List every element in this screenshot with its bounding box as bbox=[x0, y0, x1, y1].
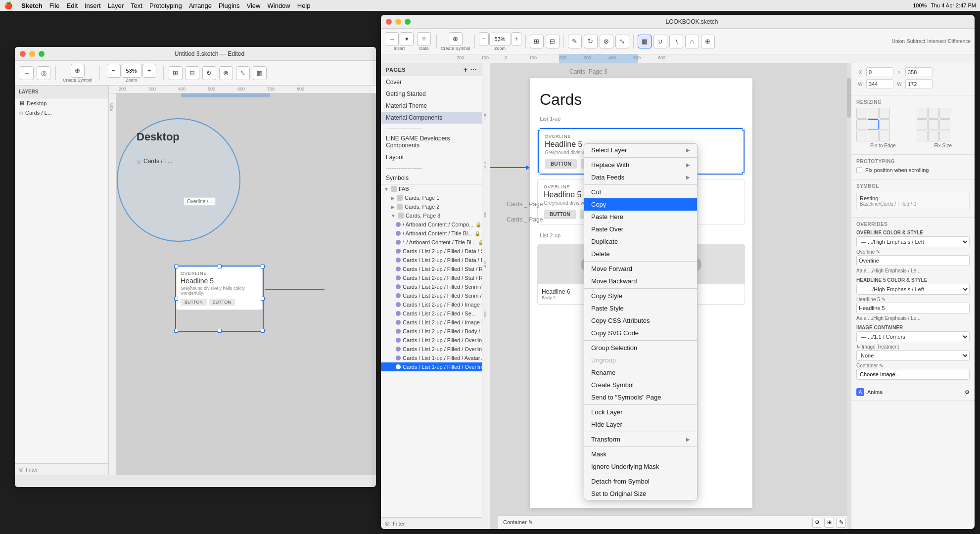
fix-mr[interactable] bbox=[939, 119, 950, 130]
flatten-btn[interactable]: ▦ bbox=[638, 35, 652, 48]
fix-bc[interactable] bbox=[928, 131, 939, 141]
layer-cards12[interactable]: Cards / List 2-up / Filled / Overline /.… bbox=[381, 345, 482, 354]
layer-cards14-selected[interactable]: Cards / List 1-up / Filled / Overline /.… bbox=[381, 362, 482, 371]
flatten-btn[interactable]: ▦ bbox=[253, 66, 267, 80]
anima-btn3[interactable]: ✎ bbox=[836, 518, 846, 528]
zoom-minus-btn[interactable]: − bbox=[479, 32, 489, 46]
menu-arrange[interactable]: Arrange bbox=[189, 2, 212, 9]
layer-cards7[interactable]: Cards / List 2-up / Filled / Image Le... bbox=[381, 300, 482, 309]
insert-btn[interactable]: ＋ bbox=[385, 32, 399, 46]
pin-bl[interactable] bbox=[856, 131, 867, 141]
scale-btn[interactable]: ⤡ bbox=[236, 66, 250, 80]
menu-ungroup[interactable]: Ungroup bbox=[584, 354, 697, 366]
fix-scroll-checkbox[interactable] bbox=[856, 167, 862, 173]
ungroup-btn[interactable]: ⊟ bbox=[546, 35, 560, 48]
insert-down-btn[interactable]: ▾ bbox=[400, 32, 414, 46]
rotate-btn[interactable]: ↻ bbox=[584, 35, 598, 48]
menu-help[interactable]: Help bbox=[297, 2, 311, 9]
zoom-plus-btn[interactable]: + bbox=[512, 32, 521, 46]
y-input[interactable] bbox=[905, 67, 933, 77]
menu-copy[interactable]: Copy bbox=[584, 198, 697, 211]
zoom-value-display[interactable]: 53% bbox=[489, 33, 511, 45]
menu-plugins[interactable]: Plugins bbox=[219, 2, 240, 9]
pin-tr[interactable] bbox=[879, 108, 890, 119]
fix-tl[interactable] bbox=[917, 108, 928, 119]
layer-cards5[interactable]: Cards / List 2-up / Filled / Scrim / R..… bbox=[381, 282, 482, 291]
page-line-game[interactable]: LINE GAME Developers Components bbox=[381, 133, 482, 151]
mask-btn[interactable]: ⊗ bbox=[219, 66, 233, 80]
card-btn1[interactable]: BUTTON bbox=[181, 299, 207, 306]
layer-cards1[interactable]: Cards / List 2-up / Filled / Data / Sel.… bbox=[381, 247, 482, 256]
apple-menu[interactable]: 🍎 bbox=[4, 1, 12, 9]
rotate-btn[interactable]: ↻ bbox=[202, 66, 216, 80]
pin-tl[interactable] bbox=[856, 108, 867, 119]
menu-sketch[interactable]: Sketch bbox=[21, 2, 43, 9]
menu-create-symbol[interactable]: Create Symbol bbox=[584, 379, 697, 391]
menu-duplicate[interactable]: Duplicate bbox=[584, 235, 697, 248]
fix-tc[interactable] bbox=[928, 108, 939, 119]
lk-close[interactable] bbox=[386, 19, 392, 25]
overline-text-input[interactable] bbox=[856, 255, 970, 266]
page-material-theme[interactable]: Material Theme bbox=[381, 100, 482, 112]
menu-data-feeds[interactable]: Data Feeds ▶ bbox=[584, 171, 697, 183]
menu-edit[interactable]: Edit bbox=[67, 2, 78, 9]
intersect-btn[interactable]: ∩ bbox=[685, 35, 699, 48]
menu-insert[interactable]: Insert bbox=[85, 2, 101, 9]
page-symbols[interactable]: Symbols bbox=[381, 172, 482, 184]
menu-layer[interactable]: Layer bbox=[108, 2, 124, 9]
image-treatment-select[interactable]: None bbox=[856, 350, 970, 361]
menu-detach-symbol[interactable]: Detach from Symbol bbox=[584, 475, 697, 488]
overline-color-select[interactable]: — .../High Emphasis / Left bbox=[856, 236, 970, 247]
group-btn[interactable]: ⊞ bbox=[169, 66, 183, 80]
menu-copy-css[interactable]: Copy CSS Attributes bbox=[584, 314, 697, 327]
menu-window[interactable]: Window bbox=[268, 2, 290, 9]
create-symbol-btn[interactable]: ⊕ bbox=[71, 64, 85, 78]
fix-center[interactable] bbox=[928, 119, 939, 130]
menu-group-selection[interactable]: Group Selection bbox=[584, 342, 697, 354]
menu-replace-with[interactable]: Replace With ▶ bbox=[584, 159, 697, 171]
layer-cards10[interactable]: Cards / List 2-up / Filled / Body / Re..… bbox=[381, 327, 482, 336]
layer-artboard2[interactable]: / Artboard Content / Title Bl... 🔒 bbox=[381, 229, 482, 238]
layer-cards11[interactable]: Cards / List 2-up / Filled / Overline /.… bbox=[381, 336, 482, 345]
menu-file[interactable]: File bbox=[49, 2, 60, 9]
layer-cards8[interactable]: Cards / List 2-up / Filled / Se... bbox=[381, 309, 482, 318]
menu-paste-here[interactable]: Paste Here bbox=[584, 211, 697, 223]
zoom-minus[interactable]: − bbox=[107, 64, 121, 78]
image-container-select[interactable]: — .../1:1 / Corners bbox=[856, 331, 970, 342]
zoom-value[interactable]: 53% bbox=[122, 64, 141, 78]
page-cover[interactable]: Cover bbox=[381, 76, 482, 88]
layer-cards2[interactable]: Cards / List 2-up / Filled / Data / Re..… bbox=[381, 256, 482, 265]
pin-tc[interactable] bbox=[868, 108, 879, 119]
pin-mr[interactable] bbox=[879, 119, 890, 130]
headline5-text-input[interactable] bbox=[856, 303, 970, 313]
menu-paste-over[interactable]: Paste Over bbox=[584, 223, 697, 235]
fix-bl[interactable] bbox=[917, 131, 928, 141]
scrollbar-v[interactable] bbox=[847, 63, 851, 529]
h-input[interactable] bbox=[905, 79, 933, 89]
anima-btn2[interactable]: ⊞ bbox=[824, 518, 834, 528]
cards-layer[interactable]: ◎ Cards / L... bbox=[15, 108, 108, 117]
menu-set-original-size[interactable]: Set to Original Size bbox=[584, 488, 697, 500]
choose-image-btn[interactable]: Choose Image... bbox=[856, 369, 970, 380]
pages-settings-btn[interactable]: ⋯ bbox=[470, 66, 477, 74]
layer-artboard1[interactable]: / Artboard Content / Compo... 🔒 bbox=[381, 220, 482, 229]
edit-btn[interactable]: ✎ bbox=[568, 35, 582, 48]
btn-button3[interactable]: BUTTON bbox=[544, 210, 576, 219]
fix-br[interactable] bbox=[939, 131, 950, 141]
fix-ml[interactable] bbox=[917, 119, 928, 130]
menu-paste-style[interactable]: Paste Style bbox=[584, 302, 697, 314]
menu-copy-style[interactable]: Copy Style bbox=[584, 290, 697, 302]
page-getting-started[interactable]: Getting Started bbox=[381, 88, 482, 100]
desktop-layer[interactable]: 🖥 Desktop bbox=[15, 98, 108, 108]
layer-cards6[interactable]: Cards / List 2-up / Filled / Scrim / S..… bbox=[381, 291, 482, 300]
card-btn2[interactable]: BUTTON bbox=[209, 299, 235, 306]
maximize-button[interactable] bbox=[39, 51, 45, 57]
zoom-plus[interactable]: + bbox=[142, 64, 156, 78]
tool-btn[interactable]: ◎ bbox=[37, 66, 50, 80]
layer-cards13[interactable]: Cards / List 1-up / Filled / Avatar / R.… bbox=[381, 354, 482, 362]
pin-br[interactable] bbox=[879, 131, 890, 141]
anima-settings-btn[interactable]: ⚙ bbox=[965, 389, 970, 396]
pin-ml[interactable] bbox=[856, 119, 867, 130]
menu-move-backward[interactable]: Move Backward bbox=[584, 275, 697, 287]
page-layout[interactable]: Layout bbox=[381, 151, 482, 163]
